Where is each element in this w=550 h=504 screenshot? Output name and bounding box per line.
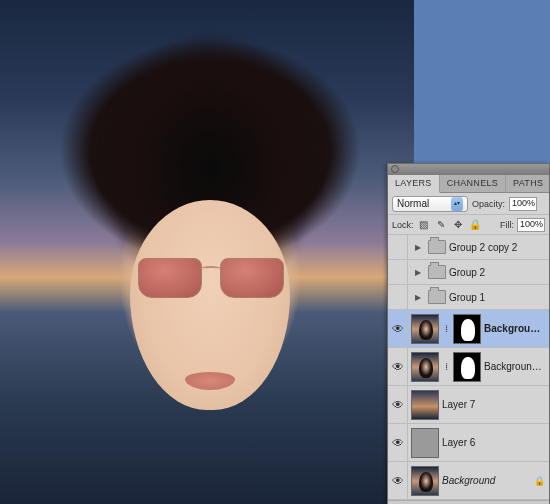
layer-row[interactable]: 👁 Layer 7	[388, 386, 549, 424]
tab-paths[interactable]: PATHS	[506, 175, 550, 192]
layer-row-selected[interactable]: 👁 ⁞ Background cop…	[388, 310, 549, 348]
layer-row[interactable]: 👁 ⁞ Background copy	[388, 348, 549, 386]
layer-name[interactable]: Group 2	[449, 267, 546, 278]
opacity-label: Opacity:	[472, 199, 505, 209]
visibility-toggle[interactable]: 👁	[388, 386, 408, 423]
mask-thumbnail[interactable]	[453, 352, 481, 382]
folder-icon	[428, 265, 446, 279]
layer-thumbnail[interactable]	[411, 314, 439, 344]
tab-channels[interactable]: CHANNELS	[440, 175, 506, 192]
link-icon: ⁞	[442, 323, 450, 334]
layers-panel: LAYERS CHANNELS PATHS Normal ▴▾ Opacity:…	[387, 163, 550, 504]
photo-sunglasses	[138, 258, 284, 302]
folder-icon	[428, 290, 446, 304]
lock-icon: 🔒	[534, 476, 546, 486]
visibility-toggle[interactable]: 👁	[388, 462, 408, 499]
lock-label: Lock:	[392, 220, 414, 230]
panel-footer: ∞ fx. ◐ ◑ ▢ ▣ 🗑	[388, 500, 549, 504]
lock-pixels-icon[interactable]: ✎	[434, 218, 448, 232]
layer-row[interactable]: 👁 Layer 6	[388, 424, 549, 462]
layer-thumbnail[interactable]	[411, 390, 439, 420]
panel-tabs: LAYERS CHANNELS PATHS	[388, 175, 549, 193]
tab-layers[interactable]: LAYERS	[388, 175, 440, 193]
folder-icon	[428, 240, 446, 254]
visibility-toggle[interactable]: 👁	[388, 285, 408, 309]
lock-transparent-icon[interactable]: ▨	[417, 218, 431, 232]
lock-all-icon[interactable]: 🔒	[468, 218, 482, 232]
link-icon: ⁞	[442, 361, 450, 372]
visibility-toggle[interactable]: 👁	[388, 348, 408, 385]
visibility-toggle[interactable]: 👁	[388, 310, 408, 347]
layer-name[interactable]: Background	[442, 475, 531, 486]
layers-list: 👁 ▶ Group 2 copy 2 👁 ▶ Group 2 👁 ▶ Group…	[388, 235, 549, 500]
layer-name[interactable]: Group 2 copy 2	[449, 242, 546, 253]
blend-mode-value: Normal	[397, 198, 429, 209]
visibility-toggle[interactable]: 👁	[388, 260, 408, 284]
layer-row-background[interactable]: 👁 Background 🔒	[388, 462, 549, 500]
fill-label: Fill:	[500, 220, 514, 230]
lock-position-icon[interactable]: ✥	[451, 218, 465, 232]
chevron-right-icon[interactable]: ▶	[411, 268, 425, 277]
chevron-right-icon[interactable]: ▶	[411, 293, 425, 302]
layer-row-group[interactable]: 👁 ▶ Group 2 copy 2	[388, 235, 549, 260]
visibility-toggle[interactable]: 👁	[388, 235, 408, 259]
layer-thumbnail[interactable]	[411, 466, 439, 496]
blend-mode-select[interactable]: Normal ▴▾	[392, 196, 468, 212]
layer-name[interactable]: Group 1	[449, 292, 546, 303]
layer-row-group[interactable]: 👁 ▶ Group 2	[388, 260, 549, 285]
layer-thumbnail[interactable]	[411, 352, 439, 382]
fill-input[interactable]: 100%	[517, 218, 545, 232]
panel-titlebar[interactable]	[388, 164, 549, 175]
chevron-updown-icon: ▴▾	[451, 197, 463, 211]
opacity-input[interactable]: 100%	[509, 197, 537, 211]
layer-thumbnail[interactable]	[411, 428, 439, 458]
layer-row-group[interactable]: 👁 ▶ Group 1	[388, 285, 549, 310]
layer-name[interactable]: Background copy	[484, 361, 546, 372]
mask-thumbnail[interactable]	[453, 314, 481, 344]
document-canvas[interactable]	[0, 0, 414, 504]
close-icon[interactable]	[391, 165, 399, 173]
visibility-toggle[interactable]: 👁	[388, 424, 408, 461]
layer-name[interactable]: Layer 6	[442, 437, 546, 448]
chevron-right-icon[interactable]: ▶	[411, 243, 425, 252]
blend-row: Normal ▴▾ Opacity: 100%	[388, 193, 549, 215]
layer-name[interactable]: Background cop…	[484, 323, 546, 334]
layer-name[interactable]: Layer 7	[442, 399, 546, 410]
lock-row: Lock: ▨ ✎ ✥ 🔒 Fill: 100%	[388, 215, 549, 235]
